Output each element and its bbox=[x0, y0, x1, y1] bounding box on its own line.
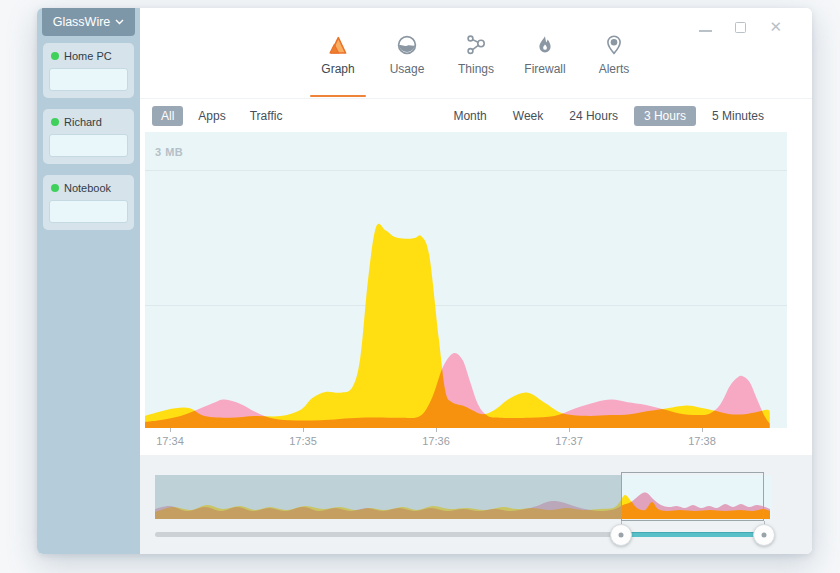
handle-dot bbox=[762, 533, 767, 538]
x-tick-mark bbox=[702, 428, 703, 432]
range-week[interactable]: Week bbox=[503, 106, 553, 126]
range-month[interactable]: Month bbox=[443, 106, 496, 126]
device-card-notebook[interactable]: Notebook bbox=[43, 175, 134, 230]
glasswire-dropdown-label: GlassWire bbox=[53, 15, 111, 29]
online-status-dot bbox=[51, 52, 59, 60]
tab-label: Firewall bbox=[524, 62, 565, 76]
traffic-chart[interactable]: 3 MB bbox=[145, 132, 787, 428]
slider-handle-left[interactable] bbox=[610, 524, 632, 546]
x-tick-label: 17:36 bbox=[422, 435, 450, 447]
range-5-minutes[interactable]: 5 Minutes bbox=[702, 106, 774, 126]
chevron-down-icon bbox=[115, 19, 124, 25]
x-tick-mark bbox=[303, 428, 304, 432]
maximize-button[interactable] bbox=[735, 20, 746, 34]
filter-all[interactable]: All bbox=[152, 106, 183, 126]
tab-firewall[interactable]: Firewall bbox=[518, 33, 573, 98]
device-sparkline bbox=[49, 134, 128, 157]
y-max-label: 3 MB bbox=[155, 146, 183, 158]
handle-dot bbox=[619, 533, 624, 538]
tab-label: Usage bbox=[390, 62, 425, 76]
graph-icon bbox=[326, 33, 350, 57]
alerts-icon bbox=[602, 33, 626, 57]
filter-bar: All Apps Traffic Month Week 24 Hours 3 H… bbox=[140, 98, 812, 132]
minimize-button[interactable] bbox=[699, 20, 712, 34]
tab-alerts[interactable]: Alerts bbox=[587, 33, 642, 98]
device-name: Home PC bbox=[64, 50, 112, 62]
tab-usage[interactable]: Usage bbox=[380, 33, 435, 98]
tab-things[interactable]: Things bbox=[449, 33, 504, 98]
device-card-richard[interactable]: Richard bbox=[43, 109, 134, 164]
slider-handle-right[interactable] bbox=[753, 524, 775, 546]
traffic-areas-svg bbox=[145, 132, 787, 428]
scope-filter-group: All Apps Traffic bbox=[152, 106, 291, 126]
tab-label: Things bbox=[458, 62, 494, 76]
glasswire-window: GlassWire Home PC Richard Notebook bbox=[37, 8, 812, 554]
x-axis: 17:3417:3517:3617:3717:38 bbox=[145, 428, 787, 455]
x-tick-label: 17:34 bbox=[156, 435, 184, 447]
main-panel: ✕ Graph Usage bbox=[140, 8, 812, 554]
time-range-group: Month Week 24 Hours 3 Hours 5 Minutes bbox=[443, 106, 774, 126]
x-tick-mark bbox=[170, 428, 171, 432]
device-name: Richard bbox=[64, 116, 102, 128]
x-tick-label: 17:37 bbox=[555, 435, 583, 447]
things-icon bbox=[464, 33, 488, 57]
close-button[interactable]: ✕ bbox=[769, 20, 782, 34]
device-name: Notebook bbox=[64, 182, 111, 194]
usage-icon bbox=[395, 33, 419, 57]
online-status-dot bbox=[51, 118, 59, 126]
x-tick-mark bbox=[436, 428, 437, 432]
sidebar: GlassWire Home PC Richard Notebook bbox=[37, 8, 140, 554]
slider-selected-range[interactable] bbox=[621, 532, 764, 537]
slider-track[interactable] bbox=[155, 532, 772, 537]
maximize-icon bbox=[735, 22, 746, 33]
filter-traffic[interactable]: Traffic bbox=[241, 106, 292, 126]
x-tick-label: 17:35 bbox=[289, 435, 317, 447]
minimize-icon bbox=[699, 30, 712, 32]
device-sparkline bbox=[49, 200, 128, 223]
online-status-dot bbox=[51, 184, 59, 192]
x-tick-mark bbox=[569, 428, 570, 432]
x-tick-label: 17:38 bbox=[688, 435, 716, 447]
tab-graph[interactable]: Graph bbox=[311, 33, 366, 98]
tab-label: Alerts bbox=[599, 62, 630, 76]
range-3-hours[interactable]: 3 Hours bbox=[634, 106, 696, 126]
device-sparkline bbox=[49, 68, 128, 91]
range-24-hours[interactable]: 24 Hours bbox=[559, 106, 628, 126]
tab-label: Graph bbox=[321, 62, 354, 76]
window-controls: ✕ bbox=[699, 20, 782, 34]
firewall-icon bbox=[533, 33, 557, 57]
filter-apps[interactable]: Apps bbox=[189, 106, 234, 126]
device-card-home-pc[interactable]: Home PC bbox=[43, 43, 134, 98]
glasswire-dropdown[interactable]: GlassWire bbox=[42, 8, 135, 36]
overview-section bbox=[140, 455, 812, 554]
active-tab-underline bbox=[310, 95, 366, 97]
nav-tabs: Graph Usage bbox=[311, 8, 642, 98]
minimap-selection[interactable] bbox=[621, 472, 764, 521]
